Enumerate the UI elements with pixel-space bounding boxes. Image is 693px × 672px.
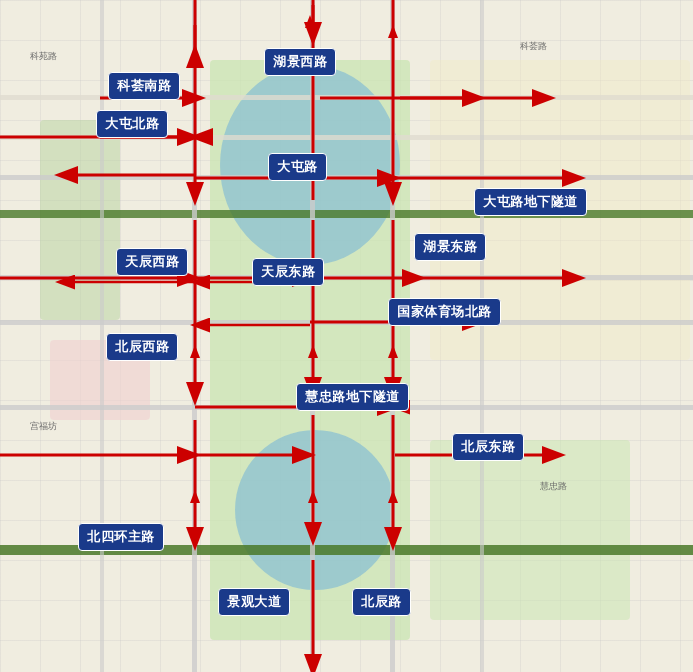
label-jingguan-dadao: 景观大道 — [218, 588, 290, 616]
lake-south — [235, 430, 395, 590]
road-v-1 — [192, 0, 197, 672]
label-bei-sihuan: 北四环主路 — [78, 523, 164, 551]
poi-3: 慧忠路 — [540, 480, 567, 493]
road-v-3 — [390, 0, 395, 672]
poi-1: 科苑路 — [30, 50, 57, 63]
label-bei-chen-xi-lu: 北辰西路 — [106, 333, 178, 361]
label-hujing-dong-lu: 湖景东路 — [414, 233, 486, 261]
label-guojia-tiyuchang: 国家体育场北路 — [388, 298, 501, 326]
label-da-tun-lu: 大屯路 — [268, 153, 327, 181]
road-v-5 — [480, 0, 484, 672]
park-bottom-right — [430, 440, 630, 620]
label-da-tun-bei-lu: 大屯北路 — [96, 110, 168, 138]
road-v-4 — [100, 0, 104, 672]
label-kujng-nan-lu: 科荟南路 — [108, 72, 180, 100]
poi-4: 宫福坊 — [30, 420, 57, 433]
label-bei-chen-lu: 北辰路 — [352, 588, 411, 616]
road-v-2 — [310, 0, 315, 672]
label-tiancheng-dong-lu: 天辰东路 — [252, 258, 324, 286]
label-tiancheng-xi-lu: 天辰西路 — [116, 248, 188, 276]
park-left — [40, 120, 120, 320]
label-huizhong-ditui: 慧忠路地下隧道 — [296, 383, 409, 411]
label-da-tun-ditui: 大屯路地下隧道 — [474, 188, 587, 216]
label-bei-chen-dong-lu: 北辰东路 — [452, 433, 524, 461]
label-hujing-xi-lu: 湖景西路 — [264, 48, 336, 76]
map-container: 科荟南路 湖景西路 大屯北路 大屯路 湖景东路 大屯路地下隧道 天辰西路 天辰东… — [0, 0, 693, 672]
poi-2: 科荟路 — [520, 40, 547, 53]
